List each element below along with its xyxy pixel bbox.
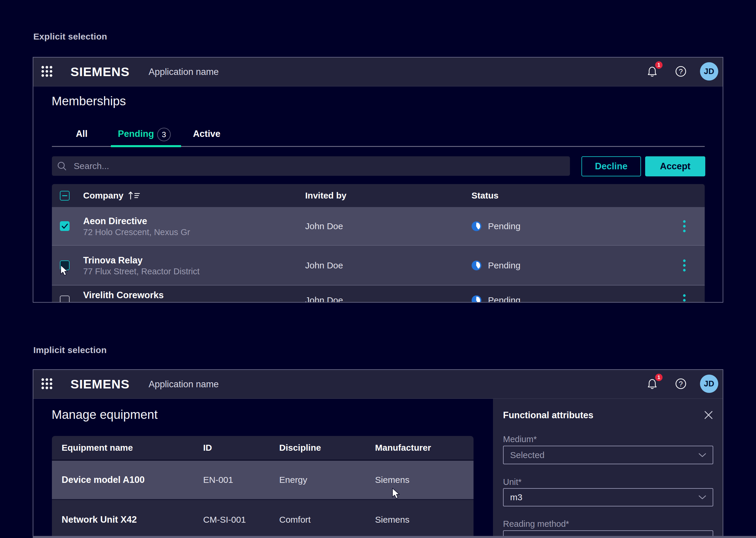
unit-value: m3 (510, 492, 523, 502)
table-row-device-model-a100[interactable]: Device model A100 EN-001 Energy Siemens (52, 461, 474, 500)
column-header-status[interactable]: Status (472, 184, 499, 207)
unit-select[interactable]: m3 (503, 488, 713, 507)
lower-frame-edge (33, 536, 756, 538)
memberships-table: Company Invited by Status (52, 184, 705, 302)
table-header-row: Company Invited by Status (52, 184, 705, 207)
medium-select[interactable]: Selected (503, 446, 713, 464)
field-label-medium: Medium* (503, 434, 537, 444)
status-pending-icon (472, 221, 481, 231)
tab-all[interactable]: All (76, 129, 87, 139)
status-pending-icon (472, 260, 481, 270)
notifications-button[interactable]: 1 (645, 377, 666, 395)
equipment-name-value: Device model A100 (62, 461, 144, 499)
svg-text:?: ? (679, 380, 682, 388)
functional-attributes-panel: Functional attributes Medium* Selected U… (493, 399, 723, 538)
app-header: SIEMENS Application name 1 ? JD (33, 58, 723, 86)
svg-text:?: ? (679, 68, 682, 76)
company-name: Aeon Directive (83, 215, 190, 227)
column-header-id[interactable]: ID (203, 436, 212, 459)
status-label: Pending (488, 260, 521, 270)
search-input[interactable]: Search... (52, 156, 570, 176)
notifications-button[interactable]: 1 (645, 65, 666, 82)
column-header-equipment-name[interactable]: Equipment name (62, 436, 133, 459)
equipment-id-value: EN-001 (203, 461, 233, 499)
company-name: Trinova Relay (83, 254, 200, 266)
company-name: Virelith Coreworks (83, 289, 164, 301)
status-pending-icon (472, 295, 481, 302)
page-title: Manage equipment (52, 407, 158, 422)
row-menu-button[interactable] (683, 207, 686, 245)
row-checkbox-unchecked[interactable] (60, 296, 70, 302)
invited-by-value: John Doe (305, 286, 343, 302)
chevron-down-icon (698, 453, 706, 457)
row-menu-button[interactable] (683, 246, 686, 285)
field-label-reading-method: Reading method* (503, 519, 569, 529)
select-all-checkbox[interactable] (60, 191, 70, 200)
table-header-row: Equipment name ID Discipline Manufacture… (52, 436, 474, 461)
section-label-explicit: Explicit selection (33, 31, 107, 42)
user-avatar[interactable]: JD (700, 375, 718, 393)
siemens-logo: SIEMENS (71, 58, 130, 86)
search-placeholder: Search... (74, 161, 109, 171)
tab-pending[interactable]: Pending (118, 129, 154, 139)
search-icon (57, 161, 67, 171)
column-header-manufacturer[interactable]: Manufacturer (375, 436, 431, 459)
company-address (83, 301, 164, 302)
help-icon[interactable]: ? (675, 378, 686, 389)
table-row-aeon-directive[interactable]: Aeon Directive 72 Holo Crescent, Nexus G… (52, 207, 705, 246)
memberships-window: SIEMENS Application name 1 ? JD Membersh… (33, 57, 723, 303)
equipment-manufacturer-value: Siemens (375, 500, 410, 538)
table-row-network-unit-x42[interactable]: Network Unit X42 CM-SI-001 Comfort Sieme… (52, 500, 474, 538)
help-icon[interactable]: ? (675, 66, 686, 77)
column-header-invited-by[interactable]: Invited by (305, 184, 346, 207)
equipment-name-value: Network Unit X42 (62, 500, 137, 538)
invited-by-value: John Doe (305, 207, 343, 245)
mouse-cursor (392, 488, 402, 501)
panel-title: Functional attributes (503, 410, 593, 421)
notification-badge: 1 (655, 61, 663, 69)
decline-button[interactable]: Decline (581, 156, 641, 176)
close-icon[interactable] (704, 410, 713, 420)
page-title: Memberships (52, 94, 126, 108)
equipment-window: SIEMENS Application name 1 ? JD Manage e… (33, 369, 723, 538)
column-header-company[interactable]: Company (83, 190, 124, 200)
section-label-implicit: Implicit selection (33, 345, 107, 355)
table-row-virelith-coreworks[interactable]: Virelith Coreworks John Doe Pending (52, 286, 705, 302)
chevron-down-icon (698, 495, 706, 499)
company-address: 72 Holo Crescent, Nexus Gr (83, 227, 190, 237)
app-launcher-icon[interactable] (41, 66, 52, 77)
status-label: Pending (488, 295, 521, 302)
equipment-id-value: CM-SI-001 (203, 500, 246, 538)
row-checkbox-checked[interactable] (60, 221, 70, 231)
app-launcher-icon[interactable] (41, 378, 52, 389)
siemens-logo: SIEMENS (71, 370, 130, 399)
column-header-discipline[interactable]: Discipline (279, 436, 321, 459)
invited-by-value: John Doe (305, 246, 343, 285)
application-name: Application name (149, 58, 219, 86)
sort-ascending-icon[interactable] (128, 191, 140, 200)
user-avatar[interactable]: JD (700, 62, 718, 81)
notification-badge: 1 (655, 374, 663, 381)
equipment-discipline-value: Energy (279, 461, 307, 499)
row-menu-button[interactable] (683, 286, 686, 302)
mouse-cursor (60, 265, 71, 278)
equipment-table: Equipment name ID Discipline Manufacture… (52, 436, 474, 538)
accept-button[interactable]: Accept (645, 156, 705, 176)
medium-value: Selected (510, 450, 545, 460)
application-name: Application name (149, 370, 219, 399)
field-label-unit: Unit* (503, 477, 522, 487)
company-address: 77 Flux Street, Reactor District (83, 266, 200, 276)
active-tab-underline (111, 145, 181, 147)
tab-pending-count-badge: 3 (157, 128, 171, 141)
app-header: SIEMENS Application name 1 ? JD (33, 370, 723, 399)
status-label: Pending (488, 221, 521, 231)
tab-active[interactable]: Active (193, 129, 220, 139)
equipment-discipline-value: Comfort (279, 500, 311, 538)
table-row-trinova-relay[interactable]: Trinova Relay 77 Flux Street, Reactor Di… (52, 246, 705, 286)
